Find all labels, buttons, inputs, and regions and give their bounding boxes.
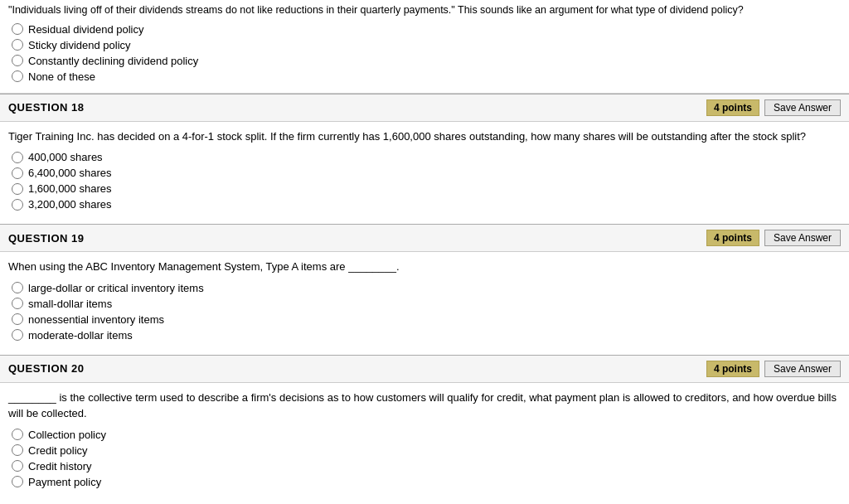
question-20-header: QUESTION 20 4 points Save Answer <box>0 356 849 383</box>
option-label: small-dollar items <box>28 298 112 310</box>
list-item: Collection policy <box>12 429 841 441</box>
question-18-header: QUESTION 18 4 points Save Answer <box>0 94 849 122</box>
question-19-options: large-dollar or critical inventory items… <box>8 282 841 342</box>
option-label: 3,200,000 shares <box>28 198 111 211</box>
list-item: 6,400,000 shares <box>12 167 841 179</box>
question-19-body: When using the ABC Inventory Management … <box>0 252 849 355</box>
option-label: Credit policy <box>28 444 88 457</box>
question-20-points: 4 points <box>706 361 759 377</box>
option-label: Payment policy <box>28 476 101 488</box>
partial-options-list: Residual dividend policy Sticky dividend… <box>8 23 841 83</box>
save-answer-20-button[interactable]: Save Answer <box>764 361 841 377</box>
radio-constantly-declining[interactable] <box>12 55 23 66</box>
list-item: Residual dividend policy <box>12 23 841 36</box>
radio-q18-a[interactable] <box>12 152 23 163</box>
radio-q20-c[interactable] <box>12 460 23 472</box>
list-item: None of these <box>12 70 841 83</box>
question-20-text: ________ is the collective term used to … <box>8 390 841 422</box>
option-label: 400,000 shares <box>28 151 103 163</box>
radio-q19-c[interactable] <box>12 313 23 325</box>
page-container: "Individuals living off of their dividen… <box>0 0 849 502</box>
radio-q18-c[interactable] <box>12 183 23 195</box>
save-answer-18-button[interactable]: Save Answer <box>764 99 841 116</box>
question-18-options: 400,000 shares 6,400,000 shares 1,600,00… <box>8 151 841 211</box>
question-20-controls: 4 points Save Answer <box>706 361 841 377</box>
list-item: 1,600,000 shares <box>12 182 841 195</box>
question-19-section: QUESTION 19 4 points Save Answer When us… <box>0 224 849 355</box>
question-20-body: ________ is the collective term used to … <box>0 383 849 502</box>
option-label: Collection policy <box>28 429 106 441</box>
question-19-points: 4 points <box>706 230 759 246</box>
list-item: Credit policy <box>12 444 841 457</box>
option-label: Credit history <box>28 460 92 472</box>
question-18-body: Tiger Training Inc. has decided on a 4-f… <box>0 122 849 225</box>
option-label: Constantly declining dividend policy <box>28 55 198 67</box>
question-19-header: QUESTION 19 4 points Save Answer <box>0 225 849 252</box>
question-20-section: QUESTION 20 4 points Save Answer _______… <box>0 355 849 502</box>
radio-q19-d[interactable] <box>12 329 23 341</box>
partial-question: "Individuals living off of their dividen… <box>0 0 849 94</box>
option-label: Sticky dividend policy <box>28 39 131 51</box>
radio-none[interactable] <box>12 70 23 82</box>
radio-residual[interactable] <box>12 23 23 35</box>
save-answer-19-button[interactable]: Save Answer <box>764 230 841 246</box>
question-19-number: QUESTION 19 <box>8 232 84 245</box>
list-item: Payment policy <box>12 476 841 488</box>
radio-q19-a[interactable] <box>12 282 23 293</box>
radio-q18-b[interactable] <box>12 167 23 179</box>
question-19-controls: 4 points Save Answer <box>706 230 841 246</box>
list-item: 3,200,000 shares <box>12 198 841 211</box>
option-label: 1,600,000 shares <box>28 182 111 195</box>
option-label: large-dollar or critical inventory items <box>28 282 204 294</box>
option-label: nonessential inventory items <box>28 313 164 326</box>
radio-q20-b[interactable] <box>12 444 23 456</box>
question-18-points: 4 points <box>706 99 759 116</box>
radio-q19-b[interactable] <box>12 298 23 309</box>
list-item: large-dollar or critical inventory items <box>12 282 841 294</box>
list-item: nonessential inventory items <box>12 313 841 326</box>
option-label: Residual dividend policy <box>28 23 143 36</box>
option-label: moderate-dollar items <box>28 329 133 342</box>
option-label: None of these <box>28 70 95 83</box>
radio-q20-d[interactable] <box>12 476 23 487</box>
list-item: 400,000 shares <box>12 151 841 163</box>
list-item: small-dollar items <box>12 298 841 310</box>
radio-q20-a[interactable] <box>12 429 23 440</box>
partial-question-text: "Individuals living off of their dividen… <box>8 3 841 18</box>
radio-sticky[interactable] <box>12 39 23 51</box>
list-item: Constantly declining dividend policy <box>12 55 841 67</box>
list-item: moderate-dollar items <box>12 329 841 342</box>
option-label: 6,400,000 shares <box>28 167 111 179</box>
question-20-number: QUESTION 20 <box>8 362 84 375</box>
question-20-options: Collection policy Credit policy Credit h… <box>8 429 841 488</box>
question-18-section: QUESTION 18 4 points Save Answer Tiger T… <box>0 94 849 225</box>
radio-q18-d[interactable] <box>12 199 23 211</box>
question-18-controls: 4 points Save Answer <box>706 99 841 116</box>
list-item: Credit history <box>12 460 841 472</box>
question-18-text: Tiger Training Inc. has decided on a 4-f… <box>8 128 841 145</box>
question-18-number: QUESTION 18 <box>8 101 84 114</box>
question-19-text: When using the ABC Inventory Management … <box>8 259 841 275</box>
list-item: Sticky dividend policy <box>12 39 841 51</box>
